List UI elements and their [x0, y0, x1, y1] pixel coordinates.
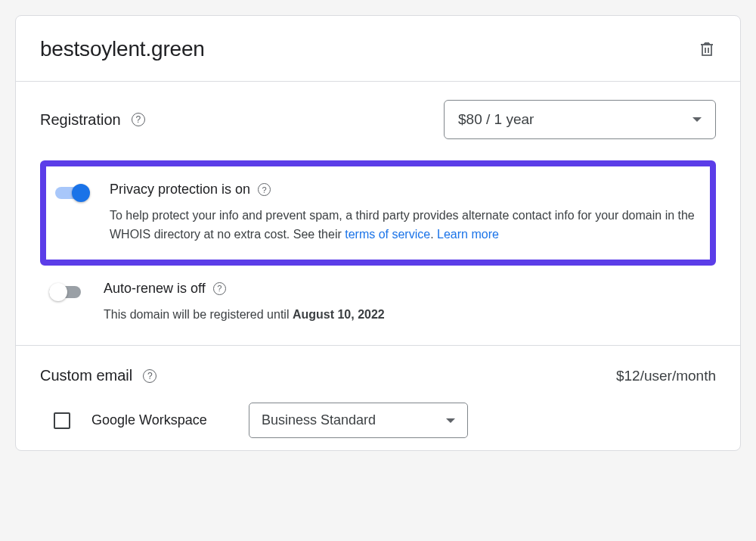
terms-of-service-link[interactable]: terms of service	[345, 228, 430, 241]
autorenew-row: Auto-renew is off ? This domain will be …	[40, 281, 716, 325]
registration-title-wrap: Registration ?	[40, 111, 145, 129]
help-icon[interactable]: ?	[132, 113, 145, 126]
svg-rect-0	[702, 45, 711, 55]
privacy-title-row: Privacy protection is on ?	[110, 182, 701, 197]
workspace-plan: Business Standard	[262, 412, 376, 428]
autorenew-toggle[interactable]	[49, 282, 85, 300]
help-icon[interactable]: ?	[258, 183, 271, 196]
workspace-label: Google Workspace	[91, 412, 228, 428]
registration-price: $80 / 1 year	[458, 111, 534, 128]
privacy-title: Privacy protection is on	[110, 182, 250, 197]
chevron-down-icon	[692, 117, 702, 122]
privacy-row: Privacy protection is on ? To help prote…	[55, 182, 701, 244]
delete-icon[interactable]	[698, 40, 716, 58]
privacy-toggle[interactable]	[55, 183, 91, 201]
registration-term-dropdown[interactable]: $80 / 1 year	[444, 100, 716, 139]
workspace-plan-dropdown[interactable]: Business Standard	[249, 403, 468, 438]
autorenew-content: Auto-renew is off ? This domain will be …	[104, 281, 707, 325]
custom-email-section: Custom email ? $12/user/month Google Wor…	[16, 346, 740, 450]
workspace-checkbox[interactable]	[54, 412, 70, 429]
help-icon[interactable]: ?	[143, 369, 156, 383]
autorenew-date: August 10, 2022	[293, 308, 385, 321]
autorenew-desc-prefix: This domain will be registered until	[104, 308, 293, 321]
autorenew-description: This domain will be registered until Aug…	[104, 306, 707, 325]
custom-email-title: Custom email	[40, 367, 132, 384]
privacy-description: To help protect your info and prevent sp…	[110, 207, 701, 244]
autorenew-title-row: Auto-renew is off ?	[104, 281, 707, 297]
autorenew-title: Auto-renew is off	[104, 281, 206, 297]
workspace-row: Google Workspace Business Standard	[40, 403, 716, 438]
custom-email-header: Custom email ? $12/user/month	[40, 367, 716, 384]
help-icon[interactable]: ?	[213, 282, 226, 295]
custom-email-price: $12/user/month	[616, 368, 716, 384]
privacy-highlight-box: Privacy protection is on ? To help prote…	[40, 160, 716, 266]
learn-more-link[interactable]: Learn more	[437, 228, 499, 241]
privacy-content: Privacy protection is on ? To help prote…	[110, 182, 701, 244]
custom-email-title-wrap: Custom email ?	[40, 367, 156, 384]
registration-section: Registration ? $80 / 1 year Privacy prot…	[16, 82, 740, 346]
privacy-separator: .	[430, 228, 437, 241]
domain-settings-card: bestsoylent.green Registration ? $80 / 1…	[15, 15, 741, 451]
registration-title: Registration	[40, 111, 121, 129]
header-row: bestsoylent.green	[16, 16, 740, 82]
registration-header: Registration ? $80 / 1 year	[40, 100, 716, 139]
chevron-down-icon	[446, 418, 455, 423]
domain-name: bestsoylent.green	[40, 37, 205, 61]
